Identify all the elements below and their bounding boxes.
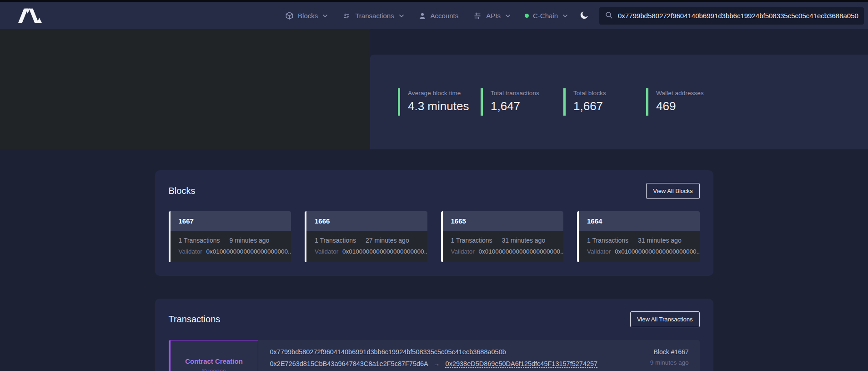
blocks-section: Blocks View All Blocks 1667 1 Transactio… <box>155 170 713 276</box>
swap-arrows-icon <box>341 11 352 21</box>
stat-label: Wallet addresses <box>656 90 722 97</box>
validator-line: Validator 0x0100000000000000000000... <box>587 248 692 255</box>
block-number[interactable]: 1665 <box>443 211 564 231</box>
chevron-down-icon <box>506 15 510 17</box>
chevron-down-icon <box>563 15 567 17</box>
transaction-details: 0x7799bd580272f9604140b6991d3bb6c19924bf… <box>258 340 639 371</box>
validator-line: Validator 0x0100000000000000000000... <box>179 248 283 255</box>
hero-section: Average block time 4.3 minutes Total tra… <box>0 29 868 149</box>
block-tx-count: 1 Transactions <box>179 237 220 244</box>
transactions-title: Transactions <box>169 314 221 325</box>
block-time-ago: 31 minutes ago <box>502 237 545 244</box>
block-number[interactable]: 1666 <box>306 211 427 231</box>
block-card[interactable]: 1666 1 Transactions 27 minutes ago Valid… <box>305 211 427 262</box>
nav-item-transactions[interactable]: Transactions <box>342 12 403 20</box>
nav-label: Accounts <box>431 12 459 20</box>
view-all-blocks-button[interactable]: View All Blocks <box>646 183 699 199</box>
transaction-row[interactable]: Contract Creation Success 0x7799bd580272… <box>169 340 700 371</box>
stats-panel: Average block time 4.3 minutes Total tra… <box>370 55 868 149</box>
block-time-ago: 9 minutes ago <box>229 237 269 244</box>
person-icon <box>418 12 426 20</box>
block-card[interactable]: 1667 1 Transactions 9 minutes ago Valida… <box>169 211 291 262</box>
stat-label: Total blocks <box>573 90 640 97</box>
transaction-status-box: Contract Creation Success <box>169 340 258 371</box>
block-summary-line: 1 Transactions 9 minutes ago <box>179 237 283 244</box>
stat-total-transactions: Total transactions 1,647 <box>481 88 563 116</box>
theme-toggle-button[interactable] <box>579 10 589 21</box>
nav-label: Blocks <box>298 12 318 20</box>
block-card[interactable]: 1664 1 Transactions 31 minutes ago Valid… <box>577 211 700 262</box>
nav-item-chain-select[interactable]: C-Chain <box>525 12 567 20</box>
stat-label: Total transactions <box>491 90 557 97</box>
nav-label: APIs <box>486 12 501 20</box>
block-summary-line: 1 Transactions 31 minutes ago <box>587 237 692 244</box>
stat-value: 1,667 <box>573 99 640 113</box>
arrow-right-icon: → <box>433 360 440 367</box>
validator-label: Validator <box>587 248 611 255</box>
chain-status-dot <box>525 14 529 18</box>
validator-label: Validator <box>451 248 475 255</box>
stat-value: 1,647 <box>491 99 557 113</box>
nav-item-apis[interactable]: APIs <box>473 12 510 20</box>
transaction-addresses: 0x2E7263d815CbB43a9647843C8a1e2F5c87F75d… <box>270 360 627 367</box>
transaction-hash[interactable]: 0x7799bd580272f9604140b6991d3bb6c19924bf… <box>270 348 627 356</box>
block-card-body: 1 Transactions 31 minutes ago Validator … <box>579 231 700 262</box>
block-card-list: 1667 1 Transactions 9 minutes ago Valida… <box>169 211 700 262</box>
block-time-ago: 27 minutes ago <box>366 237 409 244</box>
hero-right-panel: Average block time 4.3 minutes Total tra… <box>370 29 868 149</box>
hero-left-panel <box>0 29 370 149</box>
nav-item-accounts[interactable]: Accounts <box>418 12 459 20</box>
block-time-ago: 31 minutes ago <box>638 237 682 244</box>
from-address[interactable]: 0x2E7263d815CbB43a9647843C8a1e2F5c87F75d… <box>270 360 428 367</box>
block-summary-line: 1 Transactions 31 minutes ago <box>451 237 556 244</box>
view-all-transactions-button[interactable]: View All Transactions <box>630 311 700 327</box>
search-input[interactable]: 0x7799bd580272f9604140b6991d3bb6c19924bf… <box>599 7 864 25</box>
transaction-status: Success <box>202 367 226 371</box>
blocks-title: Blocks <box>169 186 196 196</box>
search-icon <box>605 11 613 21</box>
validator-address: 0x0100000000000000000000... <box>479 248 563 255</box>
stat-total-blocks: Total blocks 1,667 <box>563 88 646 116</box>
block-tx-count: 1 Transactions <box>451 237 492 244</box>
nav-label: C-Chain <box>533 12 558 20</box>
validator-label: Validator <box>179 248 202 255</box>
transactions-section-header: Transactions View All Transactions <box>169 311 700 327</box>
block-number[interactable]: 1664 <box>579 211 700 231</box>
validator-line: Validator 0x0100000000000000000000... <box>451 248 556 255</box>
stat-label: Average block time <box>408 90 474 97</box>
stat-average-block-time: Average block time 4.3 minutes <box>398 88 481 116</box>
chevron-down-icon <box>399 15 404 17</box>
transaction-type: Contract Creation <box>185 357 243 365</box>
transactions-section: Transactions View All Transactions Contr… <box>155 299 713 371</box>
block-tx-count: 1 Transactions <box>315 237 356 244</box>
validator-label: Validator <box>315 248 338 255</box>
stat-value: 469 <box>656 99 722 113</box>
moon-icon <box>579 10 589 21</box>
block-tx-count: 1 Transactions <box>587 237 628 244</box>
validator-address: 0x0100000000000000000000... <box>342 248 427 255</box>
validator-line: Validator 0x0100000000000000000000... <box>315 248 419 255</box>
transaction-time-ago: 9 minutes ago <box>650 359 689 366</box>
cube-icon <box>285 11 294 20</box>
validator-address: 0x0100000000000000000000... <box>615 248 699 255</box>
block-number[interactable]: 1667 <box>171 211 291 231</box>
nav-item-blocks[interactable]: Blocks <box>285 11 327 20</box>
block-card-body: 1 Transactions 27 minutes ago Validator … <box>306 231 427 262</box>
search-value: 0x7799bd580272f9604140b6991d3bb6c19924bf… <box>618 12 858 20</box>
validator-address: 0x0100000000000000000000... <box>206 248 291 255</box>
api-lines-icon <box>473 12 482 20</box>
nav-menu: Blocks Transactions Accounts <box>285 11 567 20</box>
transaction-block-link[interactable]: Block #1667 <box>650 348 689 356</box>
stat-value: 4.3 minutes <box>408 99 474 113</box>
blocks-section-header: Blocks View All Blocks <box>169 183 700 199</box>
transaction-meta: Block #1667 9 minutes ago <box>639 340 700 371</box>
block-card[interactable]: 1665 1 Transactions 31 minutes ago Valid… <box>441 211 564 262</box>
chevron-down-icon <box>323 15 327 17</box>
block-summary-line: 1 Transactions 27 minutes ago <box>315 237 419 244</box>
to-address-link[interactable]: 0x2938eD5D869e50DA6f125dfc45F13157f52742… <box>446 360 598 367</box>
nav-label: Transactions <box>355 12 394 20</box>
block-card-body: 1 Transactions 31 minutes ago Validator … <box>443 231 564 262</box>
avalanche-logo[interactable] <box>18 8 42 23</box>
main-content: Blocks View All Blocks 1667 1 Transactio… <box>155 170 713 371</box>
block-card-body: 1 Transactions 9 minutes ago Validator 0… <box>171 231 291 262</box>
